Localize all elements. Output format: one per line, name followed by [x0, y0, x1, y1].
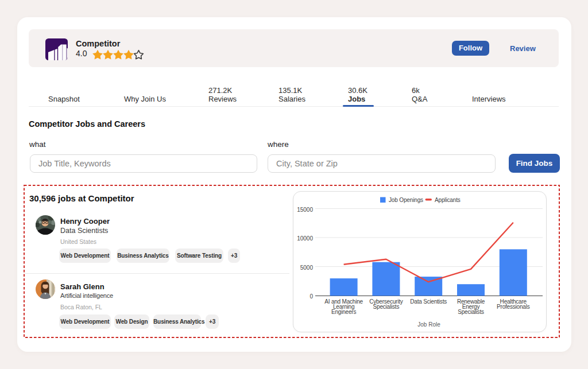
svg-text:15000: 15000: [297, 207, 313, 213]
svg-text:Job Role: Job Role: [417, 321, 440, 328]
svg-text:Specialists: Specialists: [458, 309, 484, 315]
svg-text:Engineers: Engineers: [331, 309, 356, 315]
svg-text:10000: 10000: [297, 235, 313, 242]
svg-text:Professionals: Professionals: [497, 304, 530, 310]
svg-text:5000: 5000: [300, 265, 314, 271]
svg-text:0: 0: [310, 293, 313, 300]
svg-text:Applicants: Applicants: [435, 197, 461, 203]
svg-text:Specialists: Specialists: [373, 304, 400, 310]
svg-text:Data Scientists: Data Scientists: [410, 298, 447, 305]
svg-text:Job Openings: Job Openings: [389, 197, 423, 203]
